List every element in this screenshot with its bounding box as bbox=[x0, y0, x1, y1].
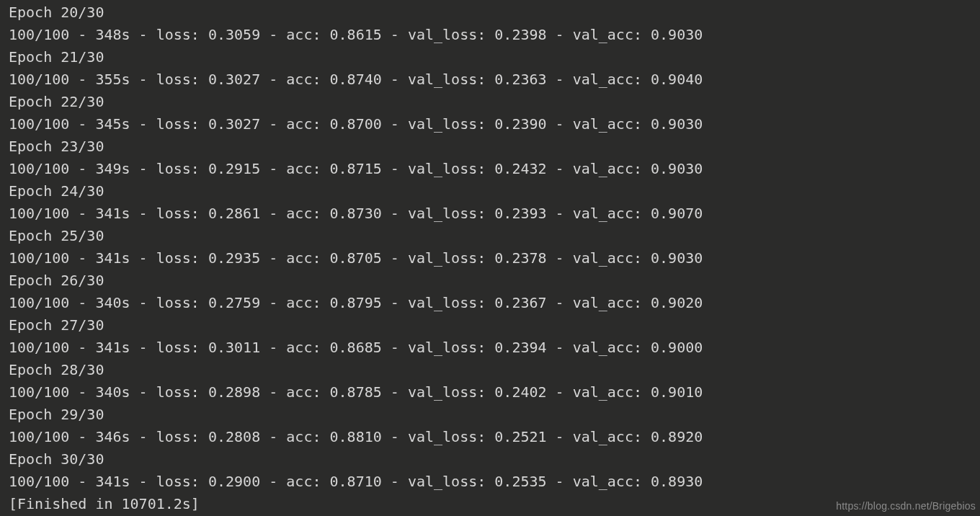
terminal-output: Epoch 20/30100/100 - 348s - loss: 0.3059… bbox=[0, 0, 980, 516]
epoch-header: Epoch 28/30 bbox=[9, 359, 971, 381]
epoch-header: Epoch 21/30 bbox=[9, 46, 971, 68]
epoch-metrics: 100/100 - 341s - loss: 0.2900 - acc: 0.8… bbox=[9, 471, 971, 493]
epoch-metrics: 100/100 - 340s - loss: 0.2759 - acc: 0.8… bbox=[9, 292, 971, 314]
epoch-header: Epoch 26/30 bbox=[9, 270, 971, 292]
epoch-header: Epoch 29/30 bbox=[9, 404, 971, 426]
finished-line: [Finished in 10701.2s] bbox=[9, 493, 971, 515]
epoch-metrics: 100/100 - 345s - loss: 0.3027 - acc: 0.8… bbox=[9, 113, 971, 135]
epoch-metrics: 100/100 - 346s - loss: 0.2808 - acc: 0.8… bbox=[9, 426, 971, 448]
epoch-metrics: 100/100 - 341s - loss: 0.2935 - acc: 0.8… bbox=[9, 247, 971, 270]
epoch-metrics: 100/100 - 341s - loss: 0.3011 - acc: 0.8… bbox=[9, 337, 971, 359]
epoch-header: Epoch 24/30 bbox=[9, 180, 971, 203]
epoch-header: Epoch 27/30 bbox=[9, 314, 971, 337]
epoch-header: Epoch 20/30 bbox=[9, 1, 971, 24]
epoch-metrics: 100/100 - 348s - loss: 0.3059 - acc: 0.8… bbox=[9, 24, 971, 46]
epoch-header: Epoch 22/30 bbox=[9, 91, 971, 113]
watermark-text: https://blog.csdn.net/Brigebios bbox=[836, 500, 976, 512]
epoch-metrics: 100/100 - 349s - loss: 0.2915 - acc: 0.8… bbox=[9, 158, 971, 180]
epoch-header: Epoch 25/30 bbox=[9, 225, 971, 247]
epoch-metrics: 100/100 - 341s - loss: 0.2861 - acc: 0.8… bbox=[9, 203, 971, 225]
epoch-metrics: 100/100 - 340s - loss: 0.2898 - acc: 0.8… bbox=[9, 381, 971, 404]
epoch-metrics: 100/100 - 355s - loss: 0.3027 - acc: 0.8… bbox=[9, 68, 971, 91]
epoch-header: Epoch 23/30 bbox=[9, 135, 971, 158]
epoch-header: Epoch 30/30 bbox=[9, 448, 971, 471]
